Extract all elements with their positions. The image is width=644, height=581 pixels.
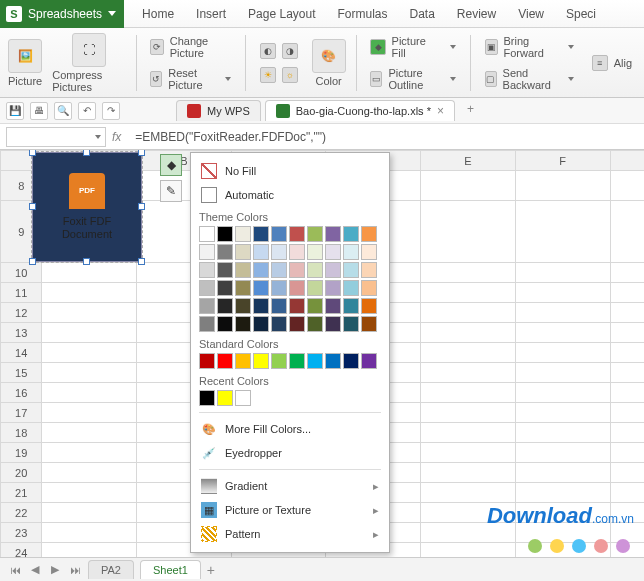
add-sheet-button[interactable]: + [207, 562, 215, 578]
cell[interactable] [515, 443, 610, 463]
color-swatch[interactable] [253, 226, 269, 242]
cell[interactable] [610, 383, 644, 403]
cell[interactable] [515, 303, 610, 323]
sheet-nav-next[interactable]: ▶ [48, 563, 62, 576]
picture-outline-button[interactable]: ▭Picture Outline [366, 65, 459, 93]
color-swatch[interactable] [307, 298, 323, 314]
resize-handle[interactable] [29, 203, 36, 210]
color-swatch[interactable] [361, 226, 377, 242]
cell[interactable] [515, 201, 610, 263]
cell[interactable] [421, 423, 516, 443]
color-swatch[interactable] [217, 353, 233, 369]
cell[interactable] [515, 283, 610, 303]
cell[interactable] [421, 323, 516, 343]
cell[interactable] [421, 263, 516, 283]
color-swatch[interactable] [343, 353, 359, 369]
resize-handle[interactable] [29, 150, 36, 156]
color-swatch[interactable] [199, 244, 215, 260]
cell[interactable] [610, 363, 644, 383]
color-swatch[interactable] [361, 280, 377, 296]
color-swatch[interactable] [289, 353, 305, 369]
color-swatch[interactable] [307, 353, 323, 369]
row-header[interactable]: 10 [1, 263, 42, 283]
color-swatch[interactable] [325, 316, 341, 332]
cell[interactable] [42, 443, 137, 463]
color-swatch[interactable] [343, 262, 359, 278]
no-fill-option[interactable]: No Fill [199, 159, 381, 183]
cell[interactable] [421, 443, 516, 463]
resize-handle[interactable] [138, 203, 145, 210]
send-backward-button[interactable]: ▢Send Backward [481, 65, 578, 93]
cell[interactable] [421, 363, 516, 383]
sheet-nav-first[interactable]: ⏮ [8, 564, 22, 576]
color-swatch[interactable] [325, 262, 341, 278]
color-swatch[interactable] [289, 298, 305, 314]
row-header[interactable]: 15 [1, 363, 42, 383]
cell[interactable] [610, 403, 644, 423]
change-picture-button[interactable]: ⟳Change Picture [146, 33, 234, 61]
cell[interactable] [515, 383, 610, 403]
row-header[interactable]: 24 [1, 543, 42, 558]
cell[interactable] [515, 363, 610, 383]
qat-redo-button[interactable]: ↷ [102, 102, 120, 120]
close-tab-button[interactable]: × [437, 104, 444, 118]
color-swatch[interactable] [253, 262, 269, 278]
color-swatch[interactable] [271, 262, 287, 278]
cell[interactable] [42, 263, 137, 283]
cell[interactable] [610, 443, 644, 463]
color-swatch[interactable] [199, 316, 215, 332]
cell[interactable] [42, 303, 137, 323]
color-swatch[interactable] [271, 353, 287, 369]
cell[interactable] [515, 171, 610, 201]
formula-input[interactable]: =EMBED("FoxitReader.FDFDoc","") [127, 130, 638, 144]
row-header[interactable]: 22 [1, 503, 42, 523]
resize-handle[interactable] [138, 150, 145, 156]
color-swatch[interactable] [271, 298, 287, 314]
color-swatch[interactable] [289, 280, 305, 296]
color-swatch[interactable] [307, 244, 323, 260]
cell[interactable] [610, 283, 644, 303]
color-swatch[interactable] [289, 316, 305, 332]
color-swatch[interactable] [343, 244, 359, 260]
menu-review[interactable]: Review [457, 7, 496, 21]
cell[interactable] [515, 403, 610, 423]
cell[interactable] [42, 323, 137, 343]
cell[interactable] [421, 383, 516, 403]
color-swatch[interactable] [253, 244, 269, 260]
color-swatch[interactable] [199, 390, 215, 406]
color-swatch[interactable] [235, 262, 251, 278]
cell[interactable] [42, 283, 137, 303]
contrast-button[interactable]: ◐◑ [256, 41, 302, 61]
embedded-object[interactable]: PDF Foxit FDF Document [32, 152, 142, 262]
ribbon-color[interactable]: 🎨 Color [312, 39, 346, 87]
cell[interactable] [610, 263, 644, 283]
color-swatch[interactable] [343, 316, 359, 332]
color-swatch[interactable] [361, 244, 377, 260]
resize-handle[interactable] [138, 258, 145, 265]
cell[interactable] [515, 323, 610, 343]
cell[interactable] [42, 503, 137, 523]
color-swatch[interactable] [217, 298, 233, 314]
color-swatch[interactable] [235, 244, 251, 260]
color-swatch[interactable] [289, 262, 305, 278]
cell[interactable] [421, 201, 516, 263]
column-header[interactable]: F [515, 151, 610, 171]
color-swatch[interactable] [307, 280, 323, 296]
cell[interactable] [421, 403, 516, 423]
cell[interactable] [421, 463, 516, 483]
cell[interactable] [42, 343, 137, 363]
cell[interactable] [42, 483, 137, 503]
color-swatch[interactable] [217, 280, 233, 296]
pattern-option[interactable]: Pattern▸ [199, 522, 381, 546]
resize-handle[interactable] [83, 258, 90, 265]
color-swatch[interactable] [235, 390, 251, 406]
color-swatch[interactable] [361, 298, 377, 314]
menu-special[interactable]: Speci [566, 7, 596, 21]
color-swatch[interactable] [217, 262, 233, 278]
row-header[interactable]: 18 [1, 423, 42, 443]
row-header[interactable]: 21 [1, 483, 42, 503]
color-swatch[interactable] [271, 226, 287, 242]
column-header[interactable]: G [610, 151, 644, 171]
cell[interactable] [515, 343, 610, 363]
sheet-tab-pa2[interactable]: PA2 [88, 560, 134, 579]
